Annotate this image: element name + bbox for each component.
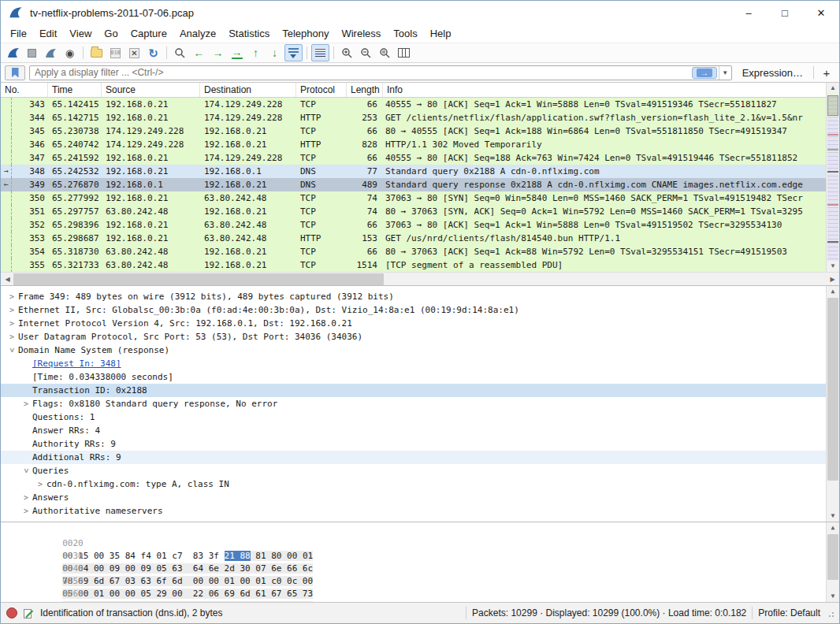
expander-chevron-icon[interactable] [20, 384, 32, 397]
packet-list-hscrollbar[interactable]: ◀ ▶ [1, 272, 839, 285]
detail-line[interactable]: [Time: 0.034338000 seconds] [1, 370, 839, 384]
column-header-length[interactable]: Length [347, 83, 383, 97]
scroll-down-icon[interactable]: ▼ [827, 591, 839, 602]
go-back-button[interactable]: ← [190, 44, 208, 61]
display-filter-input[interactable] [30, 67, 692, 78]
column-header-destination[interactable]: Destination [200, 83, 296, 97]
expander-chevron-icon[interactable] [20, 451, 32, 464]
expander-chevron-icon[interactable]: > [20, 465, 33, 477]
expander-chevron-icon[interactable]: > [20, 491, 32, 504]
profile-text[interactable]: Profile: Default [758, 607, 820, 618]
zoom-in-button[interactable] [338, 44, 356, 61]
expert-info-icon[interactable] [6, 607, 17, 618]
packet-row[interactable]: 351 65.297757 63.80.242.48 192.168.0.21 … [1, 205, 839, 218]
expander-chevron-icon[interactable] [20, 424, 32, 437]
menu-item[interactable]: File [4, 26, 33, 41]
hex-row[interactable]: 0020 00 15 00 35 84 f4 01 c7 83 3f 21 88… [10, 525, 839, 537]
menu-item[interactable]: Capture [125, 26, 173, 41]
expander-chevron-icon[interactable] [20, 357, 32, 370]
packet-row[interactable]: 352 65.298396 192.168.0.21 63.80.242.48 … [1, 218, 839, 232]
go-to-bottom-button[interactable]: ↓ [266, 44, 284, 61]
expression-button[interactable]: Expression… [736, 67, 809, 79]
hex-bytes[interactable]: 00 04 00 09 00 09 05 63 64 6e 2d 30 07 6… [62, 563, 322, 575]
packet-row[interactable]: ← 349 65.276870 192.168.0.1 192.168.0.21… [1, 178, 839, 191]
colorize-button[interactable] [311, 44, 329, 61]
find-packet-button[interactable] [171, 44, 189, 61]
column-header-source[interactable]: Source [102, 83, 200, 97]
hex-bytes[interactable]: 00 15 00 35 84 f4 01 c7 83 3f 21 88 81 8… [62, 550, 322, 563]
packet-row[interactable]: 353 65.298687 192.168.0.21 63.80.242.48 … [1, 232, 839, 245]
menu-item[interactable]: Telephony [276, 26, 335, 41]
go-to-top-button[interactable]: ↑ [247, 44, 265, 61]
detail-line[interactable]: > Frame 349: 489 bytes on wire (3912 bit… [1, 290, 839, 303]
go-to-packet-button[interactable]: → [228, 44, 246, 61]
expander-chevron-icon[interactable]: > [6, 303, 18, 317]
menu-item[interactable]: Statistics [222, 26, 276, 41]
packet-row[interactable]: 346 65.240742 174.129.249.228 192.168.0.… [1, 138, 839, 151]
detail-line[interactable]: > cdn-0.nflximg.com: type A, class IN [1, 477, 839, 491]
expander-chevron-icon[interactable]: > [6, 290, 18, 303]
packet-row[interactable]: 354 65.318730 63.80.242.48 192.168.0.21 … [1, 245, 839, 258]
expander-chevron-icon[interactable]: > [20, 397, 32, 410]
detail-line[interactable]: > Ethernet II, Src: Globalsc_00:3b:0a (f… [1, 303, 839, 317]
packet-row[interactable]: 355 65.321733 63.80.242.48 192.168.0.21 … [1, 258, 839, 272]
detail-line[interactable]: > Answers [1, 491, 839, 504]
scroll-up-icon[interactable]: ▲ [827, 522, 839, 533]
expander-chevron-icon[interactable] [20, 437, 32, 451]
menu-item[interactable]: Tools [387, 26, 423, 41]
column-header-protocol[interactable]: Protocol [296, 83, 347, 97]
zoom-reset-button[interactable] [376, 44, 394, 61]
go-forward-button[interactable]: → [209, 44, 227, 61]
detail-line[interactable]: Additional RRs: 9 [1, 451, 839, 464]
menu-item[interactable]: Analyze [173, 26, 222, 41]
scroll-up-icon[interactable]: ▲ [827, 286, 839, 297]
scroll-up-icon[interactable]: ▲ [827, 83, 839, 94]
detail-line[interactable]: Answer RRs: 4 [1, 424, 839, 437]
add-filter-button[interactable]: + [818, 66, 835, 80]
detail-line[interactable]: > Domain Name System (response) [1, 344, 839, 357]
zoom-out-button[interactable] [357, 44, 375, 61]
close-button[interactable]: ✕ [803, 1, 839, 24]
menu-item[interactable]: Go [98, 26, 124, 41]
hex-row[interactable]: 0030 00 04 00 09 00 09 05 63 64 6e 2d 30… [10, 537, 839, 550]
capture-comment-icon[interactable] [23, 607, 35, 619]
detail-scrollbar[interactable]: ▲ ▼ [826, 286, 839, 522]
column-header-time[interactable]: Time [48, 83, 102, 97]
close-file-button[interactable]: ✕ [125, 44, 143, 61]
scroll-right-icon[interactable]: ▶ [826, 273, 839, 285]
bytes-scrollbar-thumb[interactable] [827, 534, 838, 580]
scrollbar-minimap[interactable] [827, 94, 838, 261]
open-file-button[interactable] [87, 44, 106, 61]
column-header-no[interactable]: No. [1, 83, 48, 97]
detail-line[interactable]: > Queries [1, 464, 839, 477]
scrollbar-thumb[interactable] [827, 95, 838, 116]
expander-chevron-icon[interactable]: > [34, 477, 46, 491]
packet-row[interactable]: 344 65.142715 192.168.0.21 174.129.249.2… [1, 111, 839, 124]
packet-row[interactable]: 345 65.230738 174.129.249.228 192.168.0.… [1, 124, 839, 138]
detail-line[interactable]: Transaction ID: 0x2188 [1, 384, 839, 397]
detail-line[interactable]: > Authoritative nameservers [1, 504, 839, 518]
expander-chevron-icon[interactable] [20, 370, 32, 384]
packet-row[interactable]: 347 65.241592 192.168.0.21 174.129.249.2… [1, 151, 839, 165]
apply-filter-button[interactable]: → [692, 67, 717, 79]
detail-line[interactable]: > Flags: 0x8180 Standard query response,… [1, 397, 839, 410]
resize-columns-button[interactable] [395, 44, 413, 61]
detail-line[interactable]: Authority RRs: 9 [1, 437, 839, 451]
reload-file-button[interactable]: ↻ [144, 44, 162, 61]
expander-chevron-icon[interactable]: > [6, 317, 18, 330]
filter-bookmark-button[interactable] [5, 65, 25, 80]
detail-line[interactable]: [Request In: 348] [1, 357, 839, 370]
capture-options-button[interactable]: ◉ [61, 44, 79, 61]
expander-chevron-icon[interactable]: > [6, 330, 18, 344]
detail-scrollbar-thumb[interactable] [827, 298, 838, 481]
filter-dropdown-button[interactable]: ▼ [719, 66, 731, 80]
detail-line[interactable]: Questions: 1 [1, 410, 839, 424]
packet-list-scrollbar[interactable]: ▲ ▼ [826, 83, 839, 272]
hex-bytes[interactable]: 78 69 6d 67 03 63 6f 6d 00 00 01 00 01 c… [62, 575, 322, 588]
detail-line[interactable]: > Internet Protocol Version 4, Src: 192.… [1, 317, 839, 330]
menu-item[interactable]: Help [424, 26, 458, 41]
scroll-left-icon[interactable]: ◀ [1, 273, 14, 285]
hscrollbar-thumb[interactable] [13, 273, 384, 285]
hex-bytes[interactable]: 05 00 01 00 00 05 29 00 22 06 69 6d 61 6… [62, 588, 322, 600]
scroll-down-icon[interactable]: ▼ [827, 511, 839, 522]
